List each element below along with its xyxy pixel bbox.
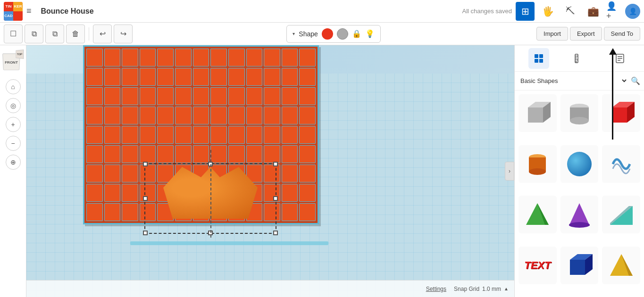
svg-rect-1	[539, 54, 543, 58]
wall-cell	[246, 68, 263, 86]
canvas-area[interactable]: › Settings Snap Grid 1.0 mm ▲	[26, 45, 514, 297]
wall-cell	[122, 165, 138, 182]
wall-cell	[140, 184, 156, 202]
panel-ruler-button[interactable]	[569, 48, 590, 69]
wall-cell	[193, 107, 209, 124]
shape-item-cone-purple[interactable]	[560, 196, 599, 233]
shape-item-squiggle-blue[interactable]	[602, 145, 640, 183]
home-view-button[interactable]: ⌂	[6, 79, 21, 94]
wall-cell	[140, 68, 156, 86]
zoom-in-button[interactable]: +	[6, 117, 21, 132]
shape-item-wedge-teal[interactable]	[602, 196, 640, 233]
wall-cell	[175, 49, 192, 66]
wall-cell	[282, 126, 298, 144]
wall-cell	[299, 87, 316, 105]
wall-cell	[282, 49, 298, 66]
shape-item-cylinder-gray[interactable]	[560, 94, 599, 132]
wall-cell	[104, 68, 121, 86]
wall-cell	[157, 126, 174, 144]
wall-cell	[86, 87, 103, 105]
wall-cell	[86, 203, 103, 221]
logo-cell-3: CAD	[4, 11, 13, 21]
new-button[interactable]: ☐	[4, 25, 23, 43]
wall-cell	[104, 87, 121, 105]
panel-shapes-button[interactable]	[528, 48, 549, 69]
import-button[interactable]: Import	[536, 27, 568, 41]
shape-item-cylinder-orange[interactable]	[519, 145, 557, 183]
zoom-out-button[interactable]: −	[6, 136, 21, 151]
wall-cell	[210, 49, 227, 66]
wall-cell	[122, 145, 138, 163]
wall-cell	[299, 107, 316, 124]
left-sidebar: FRONT TOP ⌂ ◎ + − ⊕	[0, 45, 26, 297]
shapes-grid-icon	[534, 53, 544, 64]
wall-cell	[175, 145, 192, 163]
settings-link[interactable]: Settings	[426, 286, 446, 292]
send-to-button[interactable]: Send To	[604, 27, 640, 41]
hamburger-menu-icon[interactable]: ≡	[26, 6, 32, 16]
wall-cell	[299, 145, 316, 163]
wall-cell	[299, 203, 316, 221]
search-icon[interactable]: 🔍	[631, 76, 640, 85]
svg-rect-2	[535, 59, 538, 63]
orange-shape-object[interactable]	[163, 167, 258, 219]
wall-cell	[210, 145, 227, 163]
wall-cell	[299, 165, 316, 182]
delete-button[interactable]: 🗑	[66, 25, 85, 43]
wedge-teal-shape	[608, 201, 635, 228]
box-gray-shape	[524, 100, 551, 126]
wall-cell	[122, 49, 138, 66]
wall-cell	[228, 145, 245, 163]
export-button[interactable]: Export	[570, 27, 602, 41]
grid-view-button[interactable]: ⊞	[516, 2, 535, 21]
wall-cell	[228, 49, 245, 66]
shape-item-box-gray[interactable]	[519, 94, 557, 132]
wall-cell	[193, 145, 209, 163]
shape-item-pyramid-yellow[interactable]	[602, 247, 640, 284]
wall-cell	[157, 68, 174, 86]
wall-cell	[140, 165, 156, 182]
text-red-shape: TEXT	[524, 259, 551, 272]
hand-tool-button[interactable]: 🖐	[538, 2, 557, 21]
briefcase-button[interactable]: 💼	[584, 2, 602, 21]
wall-cell	[210, 87, 227, 105]
orbit-button[interactable]: ◎	[6, 98, 21, 113]
wall-cell	[264, 107, 280, 124]
redo-button[interactable]: ↪	[114, 25, 133, 43]
wall-cell	[299, 68, 316, 86]
lock-icon[interactable]: 🔒	[352, 29, 361, 38]
wall-cell	[175, 68, 192, 86]
snap-grid-value: 1.0 mm	[482, 286, 501, 292]
collapse-panel-button[interactable]: ›	[505, 162, 514, 181]
shape-dropdown-arrow[interactable]: ▾	[293, 31, 295, 36]
arrow-up-indicator	[609, 48, 617, 140]
shape-color-hole[interactable]	[337, 28, 348, 40]
wall-cell	[104, 126, 121, 144]
wall-cell	[264, 87, 280, 105]
undo-button[interactable]: ↩	[93, 25, 112, 43]
wall-cell	[246, 49, 263, 66]
pickaxe-button[interactable]: ⛏	[561, 2, 580, 21]
shape-item-sphere-blue[interactable]	[560, 145, 599, 183]
copy-button[interactable]: ⧉	[25, 25, 43, 43]
add-user-button[interactable]: 👤+	[606, 4, 621, 19]
shape-item-pyramid-green[interactable]	[519, 196, 557, 233]
cube-face-top[interactable]: TOP	[16, 50, 24, 59]
user-avatar[interactable]: 👤	[625, 4, 640, 19]
wall-cell	[299, 126, 316, 144]
snap-grid-chevron[interactable]: ▲	[504, 286, 509, 291]
wall-cell	[193, 87, 209, 105]
bulb-icon[interactable]: 💡	[365, 29, 375, 38]
right-panel-icon-bar	[515, 45, 644, 72]
duplicate-button[interactable]: ⧉	[45, 25, 64, 43]
fit-view-button[interactable]: ⊕	[6, 155, 21, 170]
shape-item-box-blue[interactable]	[560, 247, 599, 284]
shape-item-text-red[interactable]: TEXT	[519, 247, 557, 284]
wall-cell	[193, 49, 209, 66]
wall-cell	[104, 184, 121, 202]
shape-color-solid[interactable]	[322, 28, 333, 40]
shape-item-box-red[interactable]	[602, 94, 640, 132]
wall-cell	[175, 87, 192, 105]
tinkercad-logo[interactable]: TIN KER CAD	[4, 2, 23, 21]
view-cube[interactable]: FRONT TOP	[2, 49, 25, 72]
